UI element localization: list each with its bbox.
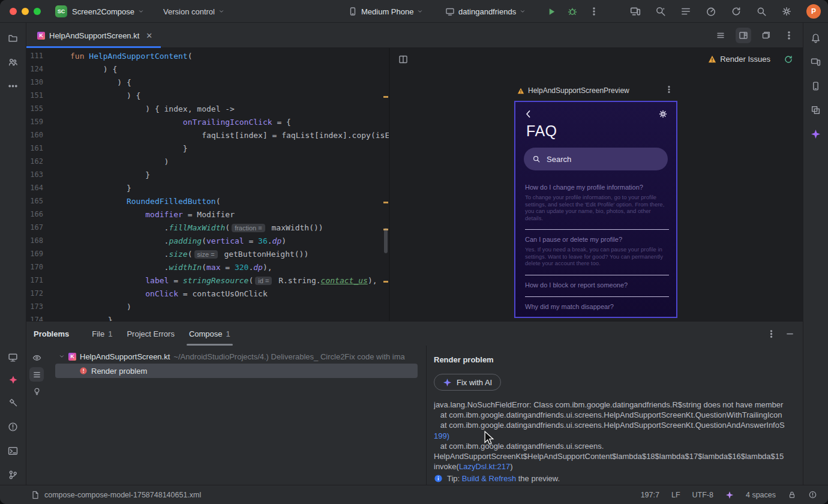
gemini-status-icon[interactable]	[725, 491, 734, 499]
more-tool-windows-button[interactable]	[5, 78, 21, 94]
code-line[interactable]: 163 }	[26, 168, 389, 181]
indent-widget[interactable]: 4 spaces	[746, 491, 776, 499]
project-tool-button[interactable]	[5, 30, 21, 46]
minimize-window-button[interactable]	[22, 8, 29, 15]
version-control-tool-button[interactable]	[5, 467, 21, 482]
refresh-preview-button[interactable]	[784, 55, 793, 64]
stack-link[interactable]: LazyDsl.kt:217	[459, 462, 510, 471]
editor-scrollbar[interactable]	[384, 228, 388, 253]
code-line[interactable]: 162 )	[26, 155, 389, 168]
kebab-menu-icon	[665, 85, 673, 94]
problems-file-row[interactable]: K HelpAndSupportScreen.kt ~/AndroidStudi…	[47, 349, 426, 364]
vcs-label: Version control	[163, 7, 215, 16]
project-name: Screen2Compose	[72, 7, 134, 16]
code-line[interactable]: 172 onClick = contactUsOnClick	[26, 287, 389, 300]
open-files-list-button[interactable]	[713, 28, 728, 43]
code-line[interactable]: 111fun HelpAndSupportContent(	[26, 49, 389, 62]
code-line[interactable]: 164 }	[26, 181, 389, 194]
render-problem-row[interactable]: Render problem	[55, 364, 418, 378]
preview-problem-button[interactable]	[29, 350, 44, 365]
inspection-status-icon[interactable]	[808, 490, 817, 499]
fix-with-ai-button[interactable]: Fix with AI	[434, 374, 501, 391]
close-window-button[interactable]	[10, 8, 17, 15]
notifications-tool-button[interactable]	[808, 30, 824, 46]
profiler-icon[interactable]	[706, 6, 716, 17]
vcs-selector[interactable]: Version control	[163, 0, 224, 23]
encoding-widget[interactable]: UTF-8	[692, 491, 713, 499]
project-selector[interactable]: Screen2Compose	[72, 0, 144, 23]
user-avatar[interactable]: P	[806, 4, 821, 19]
sync-project-icon[interactable]	[731, 6, 742, 17]
task-list-icon[interactable]	[680, 6, 691, 17]
settings-gear-icon[interactable]	[781, 6, 792, 17]
device-manager-tool-button[interactable]	[808, 78, 824, 94]
device-selector[interactable]: Medium Phone	[348, 0, 423, 23]
code-line[interactable]: 161 }	[26, 142, 389, 155]
vcs-tool-button[interactable]	[5, 54, 21, 70]
line-number: 168	[26, 236, 43, 245]
line-ending-widget[interactable]: LF	[671, 491, 680, 499]
ai-search-icon[interactable]	[655, 6, 666, 17]
search-everywhere-icon[interactable]	[756, 6, 767, 17]
code-line[interactable]: 155 ) { index, model ->	[26, 102, 389, 115]
code-line[interactable]: 171 label = stringResource(id = R.string…	[26, 274, 389, 287]
right-tool-strip	[803, 23, 828, 485]
close-tab-icon[interactable]: ✕	[146, 31, 152, 40]
code-line[interactable]: 124 ) {	[26, 62, 389, 76]
code-line[interactable]: 130 ) {	[26, 76, 389, 89]
edit-options-kebab[interactable]	[781, 28, 797, 43]
faq-item: Why did my match disappear?	[525, 297, 669, 318]
device-name: Medium Phone	[361, 7, 413, 16]
split-editor-button[interactable]	[736, 28, 751, 43]
settings-gear-icon	[658, 109, 668, 119]
layout-inspector-tool-button[interactable]	[808, 102, 824, 118]
lock-icon[interactable]	[788, 491, 796, 499]
problems-tool-button[interactable]	[5, 419, 21, 434]
run-options-kebab[interactable]	[589, 0, 599, 23]
code-line[interactable]: 173 )	[26, 300, 389, 313]
compose-preview-phone[interactable]: FAQ Search How do I change my profile in…	[514, 101, 677, 318]
stack-trace-line: HelpAndSupportScreenKt$HelpAndSupportCon…	[434, 451, 803, 461]
assistant-tool-button[interactable]	[808, 54, 824, 70]
render-issues-label: Render Issues	[720, 55, 770, 64]
app-quality-insights-tool-button[interactable]	[5, 372, 21, 388]
code-line[interactable]: 165 RoundedFilledButton(	[26, 194, 389, 208]
preview-card-header[interactable]: HelpAndSupportScreenPreview	[517, 86, 629, 95]
code-line[interactable]: 170 .widthIn(max = 320.dp),	[26, 260, 389, 274]
panel-tab-compose[interactable]: Compose1	[182, 322, 238, 346]
panel-tab-file[interactable]: File1	[85, 322, 119, 346]
device-mirroring-icon[interactable]	[630, 6, 641, 17]
quick-fix-button[interactable]	[29, 384, 44, 398]
gemini-tool-button[interactable]	[808, 126, 824, 142]
float-editor-button[interactable]	[758, 28, 774, 43]
run-button[interactable]	[547, 0, 556, 23]
stack-link[interactable]: 199)	[434, 431, 449, 440]
build-tool-button[interactable]	[5, 395, 21, 410]
editor-tab-active[interactable]: K HelpAndSupportScreen.kt ✕	[26, 23, 161, 48]
code-line[interactable]: 159 onTrailingIconClick = {	[26, 115, 389, 128]
status-file[interactable]: compose-compose-model-1758748140651.xml	[31, 491, 201, 499]
zoom-window-button[interactable]	[34, 8, 41, 15]
code-line[interactable]: 167 .fillMaxWidth(fraction = maxWidth())	[26, 221, 389, 234]
panel-tab-project-errors[interactable]: Project Errors	[119, 322, 181, 346]
preview-layout-button[interactable]	[398, 55, 408, 64]
cursor-position-widget[interactable]: 197:7	[641, 491, 659, 499]
render-issues-button[interactable]: Render Issues	[708, 55, 770, 64]
code-line[interactable]: 151 ) {	[26, 89, 389, 102]
build-refresh-link[interactable]: Build & Refresh	[462, 474, 516, 483]
code-line[interactable]: 160 faqList[index] = faqList[index].copy…	[26, 128, 389, 142]
running-devices-tool-button[interactable]	[5, 349, 21, 365]
view-options-button[interactable]	[29, 367, 44, 382]
code-line[interactable]: 166 modifier = Modifier	[26, 208, 389, 221]
code-editor[interactable]: 111fun HelpAndSupportContent(124 ) {130 …	[26, 48, 389, 321]
preview-card-kebab[interactable]	[665, 85, 673, 94]
workspace: 111fun HelpAndSupportContent(124 ) {130 …	[26, 48, 803, 321]
minimize-panel-icon[interactable]	[785, 329, 794, 338]
code-line[interactable]: 168 .padding(vertical = 36.dp)	[26, 234, 389, 247]
code-line[interactable]: 169 .size(size = getButtonHeight())	[26, 247, 389, 260]
kebab-menu-icon[interactable]	[767, 329, 776, 338]
terminal-tool-button[interactable]	[5, 443, 21, 458]
debug-button[interactable]	[568, 0, 577, 23]
run-configuration-selector[interactable]: datingandfriends	[445, 0, 526, 23]
panel-title[interactable]: Problems	[34, 329, 69, 338]
